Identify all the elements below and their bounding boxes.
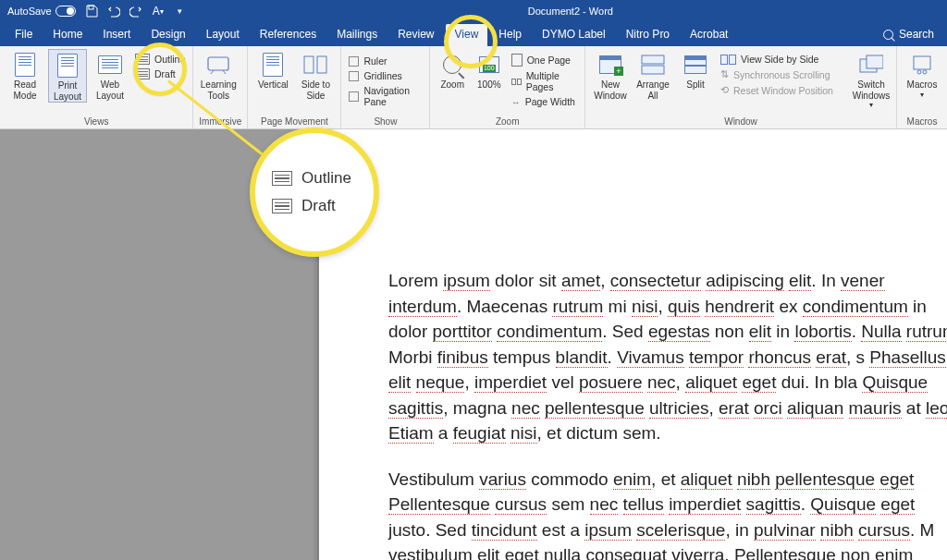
group-macros-label: Macros (903, 116, 941, 127)
page-width-icon: ↔ (511, 97, 521, 107)
tab-dymo[interactable]: DYMO Label (533, 24, 615, 46)
reset-position-icon: ⟲ (720, 84, 729, 96)
svg-rect-4 (642, 55, 664, 64)
tab-home[interactable]: Home (43, 24, 92, 46)
tab-help[interactable]: Help (489, 24, 531, 46)
tab-nitro[interactable]: Nitro Pro (617, 24, 679, 46)
learning-tools-label: Learning Tools (199, 79, 238, 101)
svg-rect-7 (867, 55, 883, 68)
callout-outline-label: Outline (301, 169, 351, 188)
svg-rect-3 (317, 56, 326, 73)
reset-position-label: Reset Window Position (733, 85, 833, 96)
checkbox-icon (349, 71, 359, 81)
autosave-toggle[interactable]: AutoSave (7, 6, 76, 17)
qat-customize-icon[interactable]: ▾ (174, 5, 187, 18)
tab-design[interactable]: Design (141, 24, 194, 46)
side-to-side-button[interactable]: Side to Side (296, 49, 335, 101)
outline-icon (135, 54, 150, 65)
draft-label: Draft (154, 68, 176, 79)
svg-rect-2 (304, 56, 314, 73)
arrange-all-button[interactable]: Arrange All (633, 49, 672, 101)
side-by-side-button[interactable]: View Side by Side (719, 53, 848, 66)
sync-scroll-icon: ⇅ (720, 68, 729, 80)
group-page-movement: Vertical Side to Side Page Movement (248, 46, 341, 128)
gridlines-checkbox[interactable]: Gridlines (347, 69, 424, 82)
save-icon[interactable] (85, 5, 98, 18)
document-area[interactable]: Lorem ipsum dolor sit amet, consectetur … (0, 129, 947, 560)
navpane-label: Navigation Pane (363, 85, 422, 107)
tab-view[interactable]: View (446, 24, 488, 46)
search-box[interactable]: Search (876, 28, 941, 46)
new-window-icon: + (598, 53, 622, 77)
font-icon[interactable]: A▾ (152, 5, 165, 18)
zoom-icon (440, 53, 464, 77)
read-mode-button[interactable]: Read Mode (6, 49, 44, 101)
new-window-label: New Window (591, 79, 630, 101)
side-by-side-icon (720, 55, 736, 65)
ruler-checkbox[interactable]: Ruler (347, 55, 424, 67)
group-window: + New Window Arrange All Split View Side… (585, 46, 897, 128)
one-page-icon (511, 54, 523, 67)
draft-button[interactable]: Draft (133, 67, 187, 80)
zoom-100-icon: 100 (477, 53, 501, 77)
split-button[interactable]: Split (676, 49, 715, 91)
group-views: Read Mode Print Layout Web Layout Outlin… (0, 46, 193, 128)
navpane-checkbox[interactable]: Navigation Pane (347, 84, 424, 108)
print-layout-icon (55, 54, 80, 78)
side-by-side-label: View Side by Side (741, 54, 818, 65)
paragraph-1[interactable]: Lorem ipsum dolor sit amet, consectetur … (388, 268, 947, 446)
zoom-100-button[interactable]: 100 100% (473, 49, 506, 91)
side-to-side-label: Side to Side (296, 79, 335, 101)
tab-file[interactable]: File (6, 24, 42, 46)
vertical-button[interactable]: Vertical (253, 49, 292, 91)
print-layout-button[interactable]: Print Layout (48, 49, 87, 103)
outline-button[interactable]: Outline (133, 53, 187, 66)
group-zoom: Zoom 100 100% One Page Multiple Pages ↔P… (430, 46, 585, 128)
menu-bar: File Home Insert Design Layout Reference… (0, 22, 947, 46)
switch-windows-button[interactable]: Switch Windows▾ (852, 49, 891, 109)
undo-icon[interactable] (107, 5, 120, 18)
web-layout-button[interactable]: Web Layout (91, 49, 129, 101)
callout-draft: Draft (272, 197, 374, 215)
page-width-label: Page Width (525, 96, 575, 107)
redo-icon[interactable] (129, 5, 142, 18)
macros-label: Macros (907, 79, 938, 91)
checkbox-icon (349, 56, 359, 67)
page-width-button[interactable]: ↔Page Width (510, 95, 579, 108)
svg-point-9 (917, 70, 921, 74)
web-layout-icon (98, 53, 122, 77)
tab-references[interactable]: References (251, 24, 326, 46)
tab-layout[interactable]: Layout (197, 24, 249, 46)
window-title: Document2 - Word (194, 6, 947, 17)
tab-insert[interactable]: Insert (93, 24, 140, 46)
switch-windows-label: Switch Windows (852, 79, 891, 101)
macros-button[interactable]: Macros▾ (903, 49, 941, 99)
one-page-label: One Page (527, 55, 571, 66)
macros-icon (910, 53, 934, 77)
split-icon (683, 53, 707, 77)
checkbox-icon (349, 91, 359, 102)
new-window-button[interactable]: + New Window (591, 49, 630, 101)
tab-mailings[interactable]: Mailings (327, 24, 387, 46)
read-mode-icon (13, 53, 37, 77)
page[interactable]: Lorem ipsum dolor sit amet, consectetur … (319, 129, 947, 560)
ribbon: Read Mode Print Layout Web Layout Outlin… (0, 46, 947, 129)
tab-review[interactable]: Review (388, 24, 443, 46)
web-layout-label: Web Layout (91, 79, 129, 101)
title-bar: AutoSave A▾ ▾ Document2 - Word (0, 0, 947, 22)
learning-tools-icon (206, 53, 230, 77)
group-window-label: Window (591, 116, 891, 127)
zoom-button[interactable]: Zoom (436, 49, 469, 91)
sync-scroll-button: ⇅Synchronous Scrolling (719, 67, 848, 81)
paragraph-2[interactable]: Vestibulum varius commodo enim, et aliqu… (388, 467, 947, 560)
tab-acrobat[interactable]: Acrobat (681, 24, 737, 46)
svg-rect-5 (642, 66, 664, 74)
learning-tools-button[interactable]: Learning Tools (199, 49, 238, 101)
multiple-pages-label: Multiple Pages (526, 70, 577, 92)
svg-rect-1 (208, 57, 228, 70)
group-views-label: Views (6, 116, 187, 127)
multiple-pages-button[interactable]: Multiple Pages (510, 69, 579, 93)
callout-outline: Outline (272, 169, 374, 188)
group-macros: Macros▾ Macros (897, 46, 947, 128)
one-page-button[interactable]: One Page (510, 53, 579, 67)
